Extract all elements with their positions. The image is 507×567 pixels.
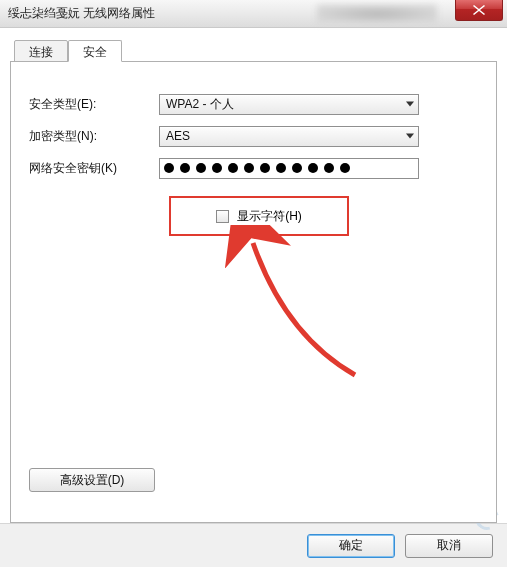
- advanced-settings-button[interactable]: 高级设置(D): [29, 468, 155, 492]
- advanced-settings-label: 高级设置(D): [60, 472, 125, 489]
- show-characters-label: 显示字符(H): [237, 208, 302, 225]
- password-dot: [308, 163, 318, 173]
- close-icon: [473, 5, 485, 15]
- chevron-down-icon: [406, 102, 414, 107]
- encryption-type-value: AES: [166, 129, 190, 143]
- row-security-type: 安全类型(E): WPA2 - 个人: [29, 90, 478, 118]
- security-type-label: 安全类型(E):: [29, 96, 159, 113]
- tab-container: 连接 安全 安全类型(E): WPA2 - 个人 加密类型(N):: [10, 40, 497, 523]
- password-dot: [228, 163, 238, 173]
- security-key-label: 网络安全密钥(K): [29, 160, 159, 177]
- password-dot: [212, 163, 222, 173]
- show-characters-checkbox[interactable]: [216, 210, 229, 223]
- row-security-key: 网络安全密钥(K): [29, 154, 478, 182]
- cancel-button[interactable]: 取消: [405, 534, 493, 558]
- close-button[interactable]: [455, 0, 503, 21]
- security-key-input[interactable]: [159, 158, 419, 179]
- cancel-label: 取消: [437, 537, 461, 554]
- password-dot: [244, 163, 254, 173]
- password-dot: [276, 163, 286, 173]
- password-dot: [260, 163, 270, 173]
- password-dot: [324, 163, 334, 173]
- window: 绥忐柒绉戞妧 无线网络属性 连接 安全 安全类型(E): WPA2 - 个人: [0, 0, 507, 567]
- tab-security-label: 安全: [83, 45, 107, 59]
- tab-connect-label: 连接: [29, 45, 53, 59]
- password-dot: [180, 163, 190, 173]
- password-dot: [340, 163, 350, 173]
- encryption-type-combo[interactable]: AES: [159, 126, 419, 147]
- form: 安全类型(E): WPA2 - 个人 加密类型(N): AES: [11, 62, 496, 236]
- tabpanel-security: 安全类型(E): WPA2 - 个人 加密类型(N): AES: [10, 61, 497, 523]
- titlebar-blurred-area: [317, 5, 437, 23]
- password-dot: [292, 163, 302, 173]
- security-type-value: WPA2 - 个人: [166, 96, 234, 113]
- password-dot: [196, 163, 206, 173]
- tab-connect[interactable]: 连接: [14, 40, 68, 62]
- security-type-combo[interactable]: WPA2 - 个人: [159, 94, 419, 115]
- row-encryption-type: 加密类型(N): AES: [29, 122, 478, 150]
- show-characters-highlight: 显示字符(H): [169, 196, 349, 236]
- ok-button[interactable]: 确定: [307, 534, 395, 558]
- footer: 确定 取消: [0, 523, 507, 567]
- chevron-down-icon: [406, 134, 414, 139]
- ok-label: 确定: [339, 537, 363, 554]
- tabstrip: 连接 安全: [10, 40, 497, 62]
- password-dot: [164, 163, 174, 173]
- titlebar: 绥忐柒绉戞妧 无线网络属性: [0, 0, 507, 28]
- encryption-type-label: 加密类型(N):: [29, 128, 159, 145]
- window-title: 绥忐柒绉戞妧 无线网络属性: [8, 5, 155, 22]
- tab-security[interactable]: 安全: [68, 40, 122, 62]
